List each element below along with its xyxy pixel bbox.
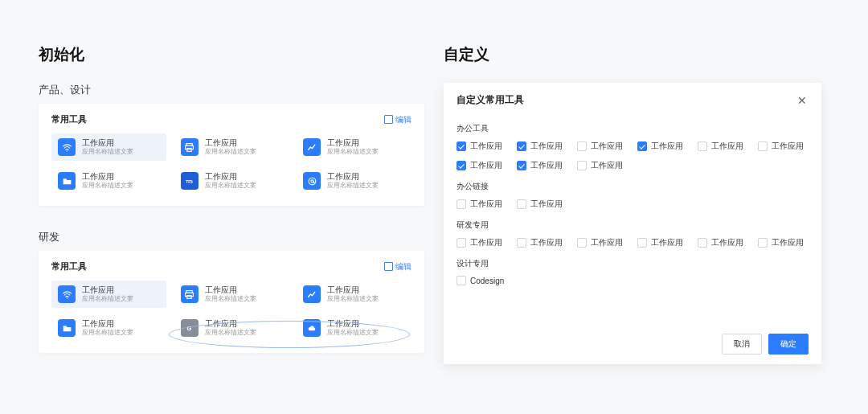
edit-button[interactable]: 编辑 — [384, 261, 411, 273]
checkbox-icon — [517, 199, 526, 209]
tool-desc: 应用名称描述文案 — [82, 148, 133, 156]
svg-point-0 — [66, 150, 67, 151]
tool-item[interactable]: G工作应用应用名称描述文案 — [174, 314, 289, 342]
tool-desc: 应用名称描述文案 — [327, 148, 379, 156]
confirm-button[interactable]: 确定 — [768, 334, 809, 355]
cancel-button[interactable]: 取消 — [722, 334, 762, 355]
tool-item[interactable]: 工作应用应用名称描述文案 — [51, 133, 166, 161]
checkbox-item[interactable]: 工作应用 — [637, 141, 683, 152]
checkbox-icon — [517, 141, 526, 151]
checkbox-icon — [517, 161, 526, 170]
cloud-icon — [303, 319, 321, 337]
svg-point-5 — [309, 178, 316, 185]
checkbox-item[interactable]: 工作应用 — [517, 199, 563, 210]
tf5-icon: TF5 — [181, 172, 199, 190]
checkbox-label: 工作应用 — [470, 237, 502, 248]
checkbox-label: 工作应用 — [530, 237, 563, 248]
checkbox-label: 工作应用 — [530, 160, 563, 171]
folder-icon — [58, 172, 76, 190]
checkbox-icon — [698, 141, 707, 151]
checkbox-item[interactable]: 工作应用 — [637, 237, 683, 248]
tool-name: 工作应用 — [82, 285, 133, 295]
category-title: 办公链接 — [457, 181, 809, 192]
left-title: 初始化 — [39, 44, 424, 65]
checkbox-label: 工作应用 — [591, 237, 623, 248]
printer-icon — [181, 285, 199, 303]
tool-name: 工作应用 — [82, 172, 133, 182]
checkbox-item[interactable]: 工作应用 — [457, 160, 502, 171]
tool-desc: 应用名称描述文案 — [82, 182, 133, 190]
checkbox-item[interactable]: 工作应用 — [457, 141, 502, 152]
tool-name: 工作应用 — [327, 172, 379, 182]
tool-desc: 应用名称描述文案 — [82, 329, 133, 337]
tool-item[interactable]: TF5工作应用应用名称描述文案 — [174, 167, 289, 195]
checkbox-icon — [577, 141, 587, 151]
tool-name: 工作应用 — [327, 285, 379, 295]
panel-title: 常用工具 — [51, 113, 87, 125]
checkbox-icon — [758, 141, 768, 151]
checkbox-icon — [457, 238, 466, 248]
svg-text:TF5: TF5 — [186, 179, 193, 183]
checkbox-icon — [637, 238, 647, 248]
edit-button[interactable]: 编辑 — [384, 114, 411, 125]
tool-name: 工作应用 — [327, 138, 379, 148]
checkbox-item[interactable]: 工作应用 — [457, 199, 502, 210]
checkbox-label: 工作应用 — [591, 141, 623, 152]
checkbox-label: 工作应用 — [711, 141, 743, 152]
tool-desc: 应用名称描述文案 — [205, 329, 256, 337]
tool-desc: 应用名称描述文案 — [205, 182, 256, 190]
checkbox-label: 工作应用 — [470, 141, 502, 152]
section-subtitle: 产品、设计 — [39, 83, 424, 97]
checkbox-item[interactable]: 工作应用 — [517, 160, 563, 171]
svg-text:G: G — [187, 325, 192, 332]
edit-label: 编辑 — [395, 261, 411, 273]
checkbox-label: 工作应用 — [772, 237, 804, 248]
tool-item[interactable]: 工作应用应用名称描述文案 — [51, 167, 166, 195]
checkbox-item[interactable]: Codesign — [457, 276, 504, 285]
folder-icon — [58, 319, 76, 337]
chart-icon — [303, 138, 321, 156]
checkbox-item[interactable]: 工作应用 — [577, 160, 623, 171]
close-icon[interactable]: ✕ — [796, 95, 809, 106]
checkbox-label: 工作应用 — [651, 141, 683, 152]
tool-desc: 应用名称描述文案 — [327, 182, 379, 190]
checkbox-icon — [457, 141, 466, 151]
checkbox-item[interactable]: 工作应用 — [758, 237, 804, 248]
panel-title: 常用工具 — [51, 260, 87, 273]
checkbox-item[interactable]: 工作应用 — [577, 141, 623, 152]
edit-label: 编辑 — [395, 114, 411, 125]
g-icon: G — [181, 319, 199, 337]
checkbox-label: 工作应用 — [711, 237, 743, 248]
tool-name: 工作应用 — [205, 138, 256, 148]
checkbox-label: 工作应用 — [530, 141, 563, 152]
tool-item[interactable]: 工作应用应用名称描述文案 — [174, 133, 289, 161]
checkbox-icon — [698, 238, 707, 248]
checkbox-item[interactable]: 工作应用 — [698, 237, 743, 248]
checkbox-item[interactable]: 工作应用 — [758, 141, 804, 152]
tool-item[interactable]: 工作应用应用名称描述文案 — [297, 167, 411, 195]
checkbox-item[interactable]: 工作应用 — [577, 237, 623, 248]
tool-name: 工作应用 — [327, 319, 379, 329]
checkbox-item[interactable]: 工作应用 — [457, 237, 502, 248]
checkbox-icon — [457, 276, 466, 285]
checkbox-item[interactable]: 工作应用 — [698, 141, 743, 152]
tool-name: 工作应用 — [205, 319, 256, 329]
checkbox-item[interactable]: 工作应用 — [517, 237, 563, 248]
checkbox-label: Codesign — [470, 277, 504, 285]
tool-item[interactable]: 工作应用应用名称描述文案 — [297, 133, 411, 161]
checkbox-item[interactable]: 工作应用 — [517, 141, 563, 152]
tool-desc: 应用名称描述文案 — [205, 148, 256, 156]
tools-panel: 常用工具编辑工作应用应用名称描述文案工作应用应用名称描述文案工作应用应用名称描述… — [39, 251, 424, 353]
tool-item[interactable]: 工作应用应用名称描述文案 — [297, 314, 411, 342]
tool-item[interactable]: 工作应用应用名称描述文案 — [174, 281, 289, 308]
checkbox-label: 工作应用 — [591, 160, 623, 171]
checkbox-icon — [577, 161, 587, 170]
tool-desc: 应用名称描述文案 — [205, 295, 256, 303]
checkbox-label: 工作应用 — [772, 141, 804, 152]
tool-item[interactable]: 工作应用应用名称描述文案 — [297, 281, 411, 308]
tool-item[interactable]: 工作应用应用名称描述文案 — [51, 281, 166, 308]
checkbox-icon — [517, 238, 526, 248]
tool-item[interactable]: 工作应用应用名称描述文案 — [51, 314, 166, 342]
tool-name: 工作应用 — [205, 285, 256, 295]
tool-desc: 应用名称描述文案 — [327, 295, 379, 303]
